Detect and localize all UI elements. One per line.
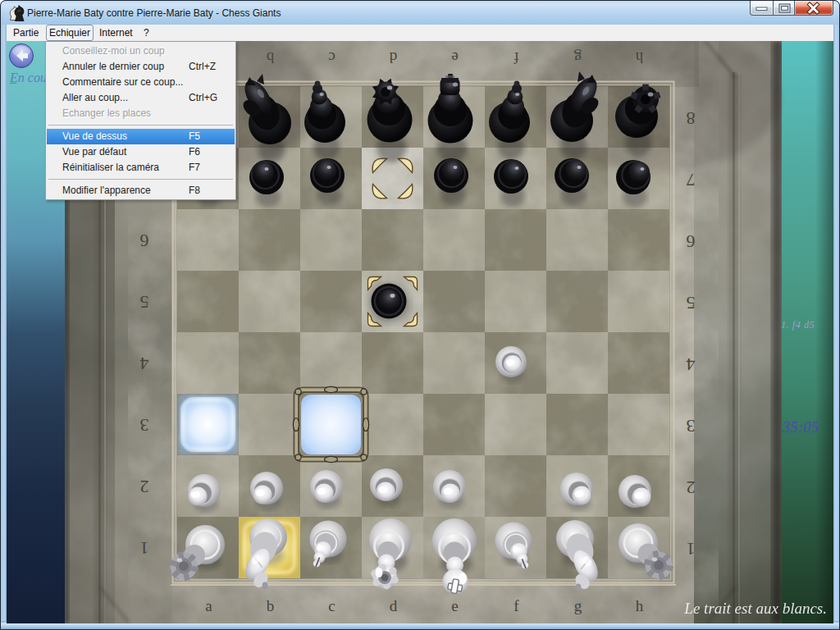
- svg-text:c: c: [328, 49, 335, 66]
- svg-text:b: b: [267, 49, 275, 66]
- svg-text:1: 1: [687, 539, 696, 559]
- svg-text:4: 4: [687, 354, 696, 375]
- svg-text:5: 5: [140, 292, 149, 313]
- svg-text:1: 1: [140, 538, 149, 559]
- svg-text:6: 6: [140, 231, 149, 251]
- svg-text:d: d: [390, 597, 398, 614]
- svg-text:Le trait est aux blancs.: Le trait est aux blancs.: [683, 600, 827, 617]
- svg-text:a: a: [205, 597, 212, 614]
- svg-text:e: e: [451, 49, 458, 66]
- svg-text:3: 3: [140, 415, 149, 436]
- svg-text:2: 2: [140, 477, 149, 497]
- svg-text:e: e: [451, 597, 458, 614]
- svg-text:d: d: [389, 49, 397, 66]
- svg-text:3: 3: [687, 416, 696, 436]
- svg-text:6: 6: [687, 231, 696, 252]
- svg-text:4: 4: [140, 354, 149, 374]
- svg-text:35:05: 35:05: [782, 419, 819, 436]
- svg-text:h: h: [635, 49, 643, 66]
- svg-text:g: g: [574, 597, 582, 614]
- svg-text:g: g: [573, 49, 582, 66]
- svg-text:2: 2: [687, 477, 696, 498]
- svg-text:c: c: [328, 597, 335, 614]
- svg-text:b: b: [267, 597, 275, 614]
- svg-text:7: 7: [687, 170, 696, 190]
- svg-text:5: 5: [687, 293, 696, 313]
- svg-text:f: f: [514, 49, 519, 66]
- svg-text:1. f4 d5: 1. f4 d5: [781, 319, 815, 331]
- svg-text:f: f: [514, 597, 519, 614]
- svg-text:8: 8: [687, 108, 696, 129]
- svg-text:h: h: [636, 597, 644, 614]
